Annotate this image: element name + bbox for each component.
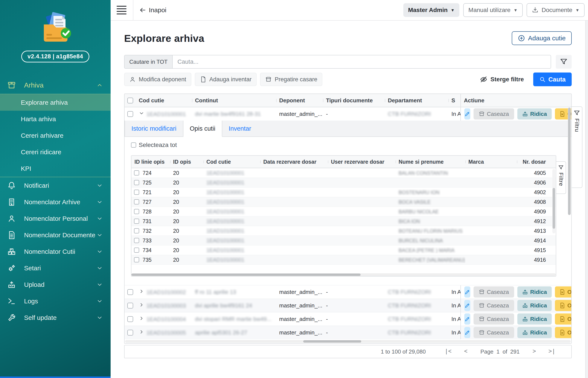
- add-box-button[interactable]: Adauga cutie: [512, 31, 572, 45]
- opis-filter-side-tab[interactable]: Filtre: [556, 161, 566, 194]
- sidebar-item-self-update[interactable]: Self update: [0, 309, 111, 326]
- column-header-continut[interactable]: Continut: [192, 97, 276, 104]
- opis-button[interactable]: Opis: [555, 313, 571, 324]
- sidebar-item-nomenclator-personal[interactable]: Nomenclator Personal: [0, 210, 111, 227]
- opis-button[interactable]: Opis: [555, 286, 571, 297]
- box-row-expanded[interactable]: 1EAD10100001 dvi martie bw4f9161 28-31 m…: [125, 107, 571, 121]
- column-header-nume[interactable]: Nume si prenume: [396, 159, 465, 165]
- add-inventory-button[interactable]: Adauga inventar: [195, 73, 257, 86]
- collapse-row-chevron-icon[interactable]: [139, 110, 144, 116]
- box-row[interactable]: 1EAD10100003 dvi aprilie bw4f9161 24 mas…: [125, 299, 571, 312]
- sidebar-item-harta-arhiva[interactable]: Harta arhiva: [0, 111, 111, 127]
- column-header-data-rezervare[interactable]: Data rezervare dosar: [260, 159, 328, 165]
- clear-filters-button[interactable]: Sterge filtre: [475, 76, 528, 83]
- box-row[interactable]: 1EAD10100005 aprilie apl5301 26-27 maste…: [125, 326, 571, 339]
- edit-button[interactable]: [464, 286, 470, 297]
- select-all-checkbox[interactable]: [131, 142, 136, 148]
- edit-button[interactable]: [464, 300, 470, 311]
- next-page-button[interactable]: >: [531, 348, 538, 355]
- column-header-departament[interactable]: Departament: [385, 97, 448, 104]
- caseaza-button[interactable]: Caseaza: [473, 286, 514, 297]
- column-header-id-opis[interactable]: ID opis: [170, 159, 203, 165]
- expand-row-chevron-icon[interactable]: [139, 302, 144, 308]
- sidebar-item-setari[interactable]: Setari: [0, 260, 111, 276]
- select-all-boxes-checkbox[interactable]: [127, 98, 133, 103]
- opis-button[interactable]: Opis: [555, 327, 571, 338]
- column-header-cod-cutie[interactable]: Cod cutie: [203, 159, 260, 165]
- box-row[interactable]: 1EAD10100004 dvi stopari RMR martie bw49…: [125, 312, 571, 326]
- documents-menu-button[interactable]: Documente ▼: [527, 3, 585, 17]
- opis-vertical-scrollbar[interactable]: [552, 169, 555, 233]
- sidebar-item-nomenclator-documente[interactable]: Nomenclator Documente: [0, 227, 111, 243]
- row-checkbox[interactable]: [134, 170, 139, 176]
- page-scrollbar[interactable]: [585, 21, 588, 378]
- edit-button[interactable]: [464, 313, 470, 324]
- row-checkbox[interactable]: [127, 289, 133, 295]
- sidebar-item-kpi[interactable]: KPI: [0, 160, 111, 177]
- edit-button[interactable]: [464, 108, 470, 120]
- user-menu-button[interactable]: Master Admin ▼: [403, 3, 459, 17]
- boxes-horizontal-scrollbar[interactable]: [125, 340, 571, 343]
- last-page-button[interactable]: >|: [547, 348, 557, 355]
- search-scope-selector[interactable]: Cautare in TOT: [124, 55, 172, 69]
- caseaza-button[interactable]: Caseaza: [473, 300, 514, 311]
- row-checkbox[interactable]: [134, 180, 139, 185]
- box-row[interactable]: 1EAD10100002 ff ro 11 aprilie 13 master_…: [125, 285, 571, 299]
- expand-row-chevron-icon[interactable]: [139, 329, 144, 335]
- sidebar-item-explorare-arhiva[interactable]: Explorare arhiva: [0, 94, 111, 111]
- sidebar-item-upload[interactable]: Upload: [0, 276, 111, 293]
- opis-table-row[interactable]: 721 20 1EAD10100001 BOSTENARU ION 4902: [131, 188, 556, 197]
- opis-table-row[interactable]: 731 20 1EAD10100001 BICA ION 4912: [131, 216, 556, 226]
- row-checkbox[interactable]: [134, 199, 139, 204]
- opis-table-row[interactable]: 733 20 1EAD10100001 BURCEL NICULINA 4914: [131, 236, 556, 245]
- prev-page-button[interactable]: <: [462, 348, 469, 355]
- row-checkbox[interactable]: [134, 190, 139, 195]
- row-checkbox[interactable]: [127, 303, 133, 309]
- opis-table-row[interactable]: 732 20 1EAD10100001 BOTEANU FLORIN MARIU…: [131, 226, 556, 236]
- sidebar-item-cereri-ridicare[interactable]: Cereri ridicare: [0, 144, 111, 160]
- back-button[interactable]: Inapoi: [139, 6, 166, 14]
- opis-table-row[interactable]: 724 20 1EAD10100001 BALAN CONSTANTIN 490…: [131, 168, 556, 178]
- sidebar-section-arhiva[interactable]: Arhiva: [0, 77, 111, 94]
- row-checkbox[interactable]: [127, 316, 133, 322]
- expand-row-chevron-icon[interactable]: [139, 289, 144, 294]
- opis-table-row[interactable]: 728 20 1EAD10100001 BARBU NICOLAE 4909: [131, 207, 556, 216]
- row-checkbox[interactable]: [127, 330, 133, 336]
- edit-button[interactable]: [464, 327, 470, 338]
- row-checkbox[interactable]: [134, 219, 139, 224]
- column-header-user-rezervare[interactable]: User rezervare dosar: [328, 159, 396, 165]
- modify-deponent-button[interactable]: Modifica deponent: [124, 73, 191, 86]
- search-input[interactable]: [172, 55, 551, 69]
- manual-menu-button[interactable]: Manual utilizare ▼: [463, 3, 523, 17]
- opis-button[interactable]: Opis: [555, 300, 571, 311]
- row-checkbox[interactable]: [127, 111, 133, 117]
- column-header-deponent[interactable]: Deponent: [276, 97, 323, 104]
- opis-table-row[interactable]: 734 20 1EAD10100001 BACEA (PETRE ) MARIA…: [131, 245, 556, 255]
- prepare-disposal-button[interactable]: Pregatire casare: [260, 73, 322, 86]
- ridica-button[interactable]: Ridica: [517, 313, 552, 324]
- column-header-marca[interactable]: Marca: [465, 159, 517, 165]
- boxes-vertical-scrollbar[interactable]: [568, 108, 571, 215]
- opis-table-row[interactable]: 735 20 1EAD10100001 BERECHET (VALIMAREAN…: [131, 255, 556, 265]
- tab-opis-cutii[interactable]: Opis cutii: [183, 121, 222, 137]
- row-checkbox[interactable]: [134, 257, 139, 262]
- column-header-nr-dosar[interactable]: Nr. dosar: [517, 159, 556, 165]
- column-header-tipuri-documente[interactable]: Tipuri documente: [323, 97, 385, 104]
- column-header-stare[interactable]: S: [448, 97, 460, 104]
- sidebar-item-logs[interactable]: Logs: [0, 293, 111, 309]
- opis-horizontal-scrollbar[interactable]: [131, 273, 556, 276]
- opis-table-row[interactable]: 727 20 1EAD10100001 BOCA VASILE 4908: [131, 197, 556, 207]
- tab-inventar[interactable]: Inventar: [222, 121, 258, 136]
- sidebar-item-nomenclator-arhive[interactable]: Nomenclator Arhive: [0, 194, 111, 210]
- row-checkbox[interactable]: [134, 228, 139, 233]
- expand-row-chevron-icon[interactable]: [139, 316, 144, 321]
- sidebar-item-cereri-arhivare[interactable]: Cereri arhivare: [0, 127, 111, 144]
- column-header-id-linie-opis[interactable]: ID linie opis: [131, 159, 170, 165]
- column-header-cod-cutie[interactable]: Cod cutie: [136, 97, 192, 104]
- first-page-button[interactable]: |<: [443, 348, 453, 355]
- boxes-filter-side-tab[interactable]: Filtru: [572, 107, 582, 188]
- sidebar-item-nomenclator-cutii[interactable]: Nomenclator Cutii: [0, 243, 111, 260]
- ridica-button[interactable]: Ridica: [517, 327, 552, 338]
- opis-table-row[interactable]: 725 20 1EAD10100001 4906: [131, 178, 556, 188]
- tab-istoric-modificari[interactable]: Istoric modificari: [125, 121, 183, 136]
